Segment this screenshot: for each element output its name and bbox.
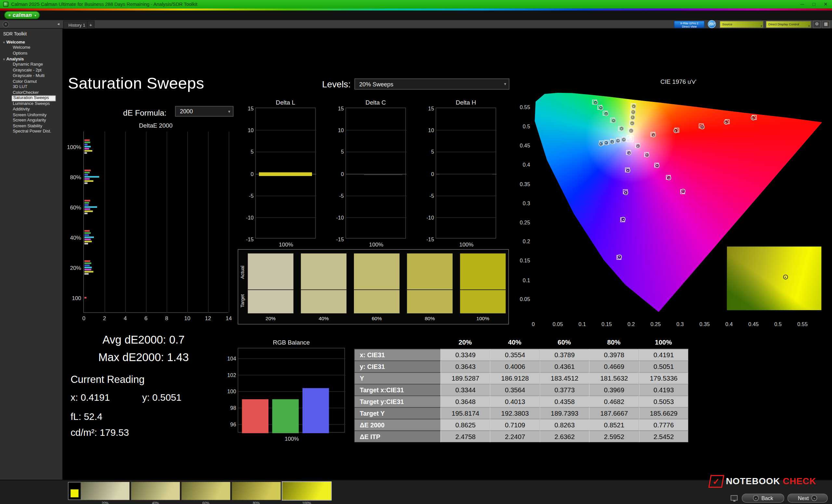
axis-tick-label: 0 — [330, 171, 344, 177]
sidebar-item-color-gamut[interactable]: Color Gamut — [0, 79, 62, 84]
sidebar-section-analysis[interactable]: Analysis — [0, 56, 62, 62]
thumbnail-label: 60% — [181, 501, 230, 504]
sidebar-item-options[interactable]: Options — [0, 51, 62, 56]
pattern-thumbnail-40[interactable] — [131, 482, 180, 500]
axis-tick-label: 0.55 — [512, 104, 530, 110]
blue-bar — [303, 388, 329, 433]
measured-marker — [617, 254, 622, 259]
sidebar-item-3d-lut[interactable]: 3D LUT — [0, 84, 62, 90]
gridline — [436, 196, 497, 196]
table-cell: 2.2407 — [490, 430, 540, 442]
sidebar-item-grayscale-multi[interactable]: Grayscale - Multi — [0, 73, 62, 79]
marker-dot — [752, 117, 753, 118]
de-bar — [84, 269, 91, 270]
de-bar — [84, 271, 93, 272]
table-row-label: y: CIE31 — [355, 361, 440, 372]
de-bar — [84, 171, 90, 173]
table-cell: 2.6362 — [540, 430, 589, 442]
sidebar-item-screen-angularity[interactable]: Screen Angularity — [0, 117, 62, 123]
layout-grid-icon[interactable] — [822, 21, 830, 28]
meter-count-badge[interactable]: 237 — [708, 20, 716, 28]
gridline — [346, 152, 406, 152]
meter-device-line2: Direct View — [674, 25, 704, 28]
measured-marker — [604, 140, 609, 145]
tab-history-1[interactable]: History 1 — [63, 21, 90, 29]
table-row-label: Y — [355, 372, 440, 384]
add-tab-button[interactable]: + — [87, 21, 95, 29]
pattern-thumbnail-80[interactable] — [232, 482, 281, 500]
axis-tick-label: 10 — [182, 315, 193, 321]
table-corner-cell — [355, 336, 440, 349]
axis-tick-label: 10 — [240, 127, 254, 133]
sidebar-item-colorchecker[interactable]: ColorChecker — [0, 90, 62, 95]
axis-label: 100% — [346, 241, 406, 248]
axis-tick-label: 0.25 — [512, 220, 530, 225]
delta-l-chart-plot: 151050-5-10-15100% — [255, 108, 316, 239]
gridline — [436, 130, 497, 131]
gear-icon[interactable] — [813, 21, 821, 28]
thumbnail-label: 20% — [81, 501, 129, 504]
pattern-thumbnail-60[interactable] — [181, 482, 230, 500]
sidebar-item-dynamic-range[interactable]: Dynamic Range — [0, 62, 62, 67]
page-title: Saturation Sweeps — [68, 74, 204, 92]
calman-logo-menu[interactable]: ✳ calman — [4, 11, 40, 19]
sidebar-item-screen-uniformity[interactable]: Screen Uniformity — [0, 112, 62, 117]
table-column-header: 100% — [639, 336, 688, 349]
sidebar-item-spectral-power-dist[interactable]: Spectral Power Dist. — [0, 129, 62, 135]
de-formula-dropdown[interactable]: 2000 — [175, 106, 234, 117]
chevron-down-icon — [34, 13, 36, 17]
pattern-thumbnails: 20%40%60%80%100% — [68, 482, 418, 504]
meter-device-button[interactable]: X-Rite i1Pro 2 Direct View — [674, 21, 705, 28]
maximize-button[interactable]: □ — [811, 2, 817, 7]
de-bar — [84, 213, 88, 214]
measured-marker — [636, 144, 641, 149]
de-bar — [84, 234, 89, 236]
table-cell: 183.4512 — [540, 372, 589, 384]
sidebar-collapse-icon[interactable] — [55, 21, 62, 28]
meter-device-line1: X-Rite i1Pro 2 — [674, 22, 704, 25]
table-cell: 189.7393 — [540, 407, 589, 419]
measured-marker — [645, 152, 649, 158]
gridline — [256, 152, 316, 152]
axis-tick-label: 0.05 — [512, 296, 530, 302]
next-button[interactable]: Next — [787, 494, 828, 503]
levels-dropdown[interactable]: 20% Sweeps — [355, 79, 510, 90]
sidebar-item-grayscale-2pt[interactable]: Grayscale - 2pt — [0, 67, 62, 73]
de-bar — [84, 202, 89, 203]
minimize-button[interactable]: ─ — [799, 2, 806, 7]
table-cell: 2.4758 — [440, 430, 490, 442]
de-bar — [84, 200, 90, 201]
chevron-down-icon — [3, 57, 5, 61]
close-button[interactable]: ✕ — [823, 2, 829, 7]
de-bar — [84, 232, 91, 233]
gridline — [238, 358, 345, 359]
source-dropdown[interactable]: Source — [720, 21, 764, 28]
gridline — [346, 130, 406, 131]
menu-icon[interactable] — [3, 21, 9, 28]
sidebar-item-additivity[interactable]: Additivity — [0, 107, 62, 112]
axis-tick-label: 0.45 — [746, 321, 761, 327]
table-cell: 192.3803 — [490, 407, 540, 419]
de-bar — [84, 262, 91, 264]
monitor-icon[interactable] — [731, 495, 737, 500]
sidebar-item-luminance-sweeps[interactable]: Luminance Sweeps — [0, 101, 62, 107]
pattern-thumbnail-20[interactable] — [81, 482, 129, 500]
current-point-marker — [627, 135, 633, 142]
swatch-target-60 — [354, 290, 399, 313]
axis-tick-label: -5 — [420, 193, 434, 199]
marker-dot — [646, 154, 647, 155]
chevron-down-icon — [3, 40, 5, 44]
axis-tick-label: -15 — [330, 236, 344, 242]
pattern-thumbnail-100[interactable] — [282, 482, 331, 500]
sidebar-section-welcome[interactable]: Welcome — [0, 39, 62, 45]
delta-c-chart-plot: 151050-5-10-15100% — [345, 108, 406, 239]
back-button[interactable]: Back — [742, 494, 784, 503]
axis-tick-label: 2 — [99, 315, 110, 321]
sidebar-item-saturation-sweeps[interactable]: Saturation Sweeps — [12, 95, 56, 101]
display-control-dropdown[interactable]: Direct Display Control — [766, 21, 811, 28]
table-cell: 187.6667 — [589, 407, 639, 419]
sidebar-item-screen-stability[interactable]: Screen Stability — [0, 123, 62, 129]
measured-marker — [751, 116, 756, 120]
sidebar-item-welcome[interactable]: Welcome — [0, 45, 62, 51]
pattern-footer-bar: 20%40%60%80%100% — [0, 480, 832, 504]
